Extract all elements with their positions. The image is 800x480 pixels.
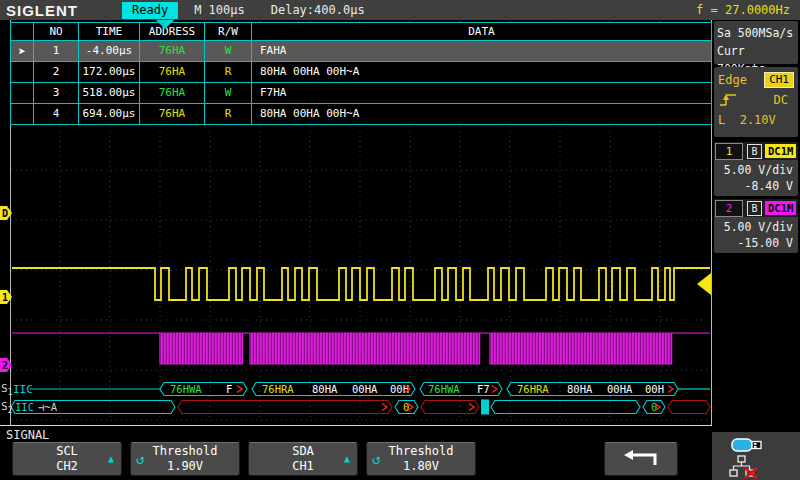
trigger-level: L 2.10V: [718, 113, 776, 127]
svg-text:0: 0: [403, 401, 409, 413]
svg-text:80HA: 80HA: [312, 383, 338, 395]
selected-row-pointer-icon: ➤: [18, 45, 26, 58]
softkey-scl-source[interactable]: SCL CH2 ▲: [12, 442, 122, 476]
table-row[interactable]: 3 518.00μs 76HA W F7HA: [11, 83, 711, 104]
softkey-line2: 1.80V: [367, 459, 475, 474]
channel-2-coupling-badge: DC1M: [765, 201, 796, 215]
trigger-coupling: DC: [774, 93, 788, 107]
softkey-line2: CH2: [13, 459, 121, 474]
oscilloscope-screen: { "top_bar": { "logo": "SIGLENT", "statu…: [0, 0, 800, 480]
bus-label-s2: S2: [1, 400, 12, 415]
trigger-position-marker-icon[interactable]: [156, 20, 174, 29]
bus-label-s1: S1: [1, 382, 12, 397]
softkey-sda-source[interactable]: SDA CH1 ▲: [248, 442, 358, 476]
cell-no: 3: [34, 83, 79, 103]
frequency-counter: f = 27.0000Hz: [696, 3, 790, 17]
cell-data: F7HA: [252, 83, 711, 103]
channel-2-offset: -15.00 V: [714, 235, 793, 251]
back-arrow-icon: [619, 448, 663, 470]
up-arrow-icon: ▲: [108, 454, 114, 464]
channel-1-panel[interactable]: 1 B DC1M 5.00 V/div -8.40 V: [714, 142, 798, 196]
bandwidth-limit-icon: B: [747, 201, 762, 216]
sample-rate: Sa 500MSa/s: [717, 24, 795, 42]
up-arrow-icon: ▲: [344, 454, 350, 464]
cell-time: -4.00μs: [79, 41, 140, 61]
svg-text:76HRA: 76HRA: [262, 383, 294, 395]
cell-rw: W: [205, 41, 252, 61]
softkey-line1: Threshold: [367, 444, 475, 459]
channel-1-number: 1: [715, 143, 743, 160]
col-header-rw: R/W: [205, 23, 252, 40]
trigger-info-panel[interactable]: Edge CH1 DC L 2.10V: [714, 67, 798, 137]
svg-text:00HA: 00HA: [352, 383, 378, 395]
cell-data: 80HA 00HA 00H~A: [252, 62, 711, 82]
channel-2-panel[interactable]: 2 B DC1M 5.00 V/div -15.00 V: [714, 199, 798, 253]
svg-text:IIC: IIC: [13, 383, 33, 396]
svg-text:76HWA: 76HWA: [170, 383, 202, 395]
svg-text:IIC: IIC: [15, 401, 34, 413]
cell-time: 518.00μs: [79, 83, 140, 103]
col-header-no: NO: [34, 23, 79, 40]
lan-disconnected-icon: [728, 455, 758, 479]
trigger-source-badge: CH1: [764, 72, 794, 88]
cell-no: 1: [34, 41, 79, 61]
svg-text:00H: 00H: [645, 383, 664, 395]
cell-rw: R: [205, 104, 252, 124]
trigger-level-marker: [697, 273, 711, 295]
usb-device-icon: [730, 435, 766, 455]
menu-section-label: SIGNAL: [6, 428, 49, 442]
svg-text:F7: F7: [477, 383, 490, 395]
channel-1-coupling-badge: DC1M: [765, 144, 796, 158]
cell-no: 4: [34, 104, 79, 124]
decode-event-table: NO TIME ADDRESS R/W DATA ➤ 1 -4.00μs 76H…: [10, 22, 712, 125]
timebase-readout[interactable]: M 100μs: [194, 3, 245, 17]
cell-address: 76HA: [140, 104, 205, 124]
cell-data: 80HA 00HA 00H~A: [252, 104, 711, 124]
cell-rw: W: [205, 83, 252, 103]
softkey-line1: SDA: [249, 444, 357, 459]
table-header-row: NO TIME ADDRESS R/W DATA: [11, 23, 711, 41]
bandwidth-limit-icon: B: [747, 144, 762, 159]
softkey-line2: CH1: [249, 459, 357, 474]
softkey-line2: 1.90V: [131, 459, 239, 474]
pointer-column-header: [11, 23, 34, 40]
trigger-delay-readout[interactable]: Delay:400.0μs: [271, 3, 365, 17]
svg-text:1: 1: [2, 292, 8, 303]
acquisition-status-badge: Ready: [122, 2, 178, 19]
svg-text:00H: 00H: [390, 383, 409, 395]
ch1-waveform: [12, 268, 710, 300]
io-status-panel: [712, 432, 800, 480]
svg-text:⊣~A: ⊣~A: [38, 401, 58, 413]
svg-text:80HA: 80HA: [567, 383, 593, 395]
soft-menu-bar: SIGNAL SCL CH2 ▲ Threshold 1.90V ↺ SDA C…: [0, 426, 800, 480]
knob-icon: ↺: [372, 452, 380, 466]
cell-no: 2: [34, 62, 79, 82]
softkey-scl-threshold[interactable]: Threshold 1.90V ↺: [130, 442, 240, 476]
table-row[interactable]: ➤ 1 -4.00μs 76HA W FAHA: [11, 41, 711, 62]
cell-rw: R: [205, 62, 252, 82]
cell-time: 172.00μs: [79, 62, 140, 82]
knob-icon: ↺: [136, 452, 144, 466]
svg-text:2: 2: [2, 360, 8, 371]
softkey-sda-threshold[interactable]: Threshold 1.80V ↺: [366, 442, 476, 476]
col-header-time: TIME: [79, 23, 140, 40]
cell-address: 76HA: [140, 83, 205, 103]
cell-data: FAHA: [252, 41, 711, 61]
acquisition-info-panel: Sa 500MSa/s Curr 700Kpts: [714, 21, 798, 64]
rising-edge-icon: [718, 92, 738, 108]
svg-text:0: 0: [651, 401, 657, 413]
svg-text:F: F: [226, 383, 232, 395]
svg-text:D: D: [2, 208, 8, 219]
softkey-line1: Threshold: [131, 444, 239, 459]
channel-1-offset: -8.40 V: [714, 178, 793, 194]
svg-text:76HRA: 76HRA: [517, 383, 549, 395]
channel-2-scale: 5.00 V/div: [714, 219, 793, 235]
back-button[interactable]: [604, 442, 678, 476]
col-header-data: DATA: [252, 23, 711, 40]
table-row[interactable]: 2 172.00μs 76HA R 80HA 00HA 00H~A: [11, 62, 711, 83]
cell-address: 76HA: [140, 41, 205, 61]
cell-address: 76HA: [140, 62, 205, 82]
table-row[interactable]: 4 694.00μs 76HA R 80HA 00HA 00H~A: [11, 104, 711, 124]
svg-text:76HWA: 76HWA: [428, 383, 460, 395]
channel-1-scale: 5.00 V/div: [714, 162, 793, 178]
